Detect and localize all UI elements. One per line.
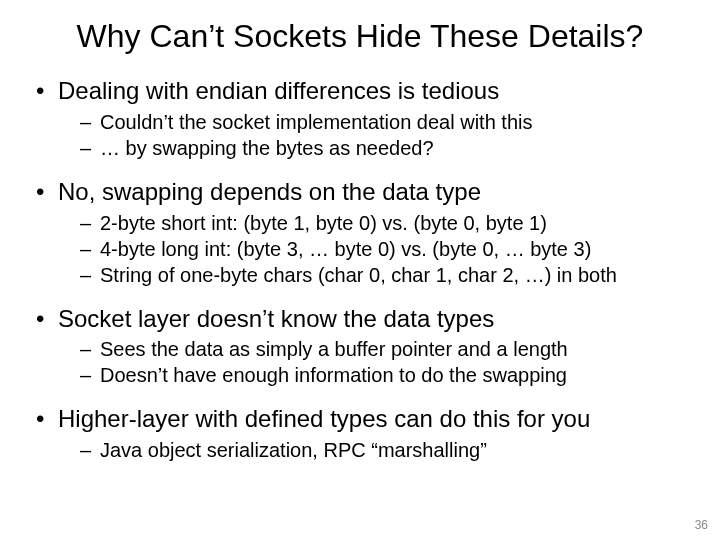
bullet-lvl1: Higher-layer with defined types can do t… <box>32 405 688 434</box>
bullet-lvl2: 2-byte short int: (byte 1, byte 0) vs. (… <box>32 211 688 235</box>
bullet-lvl2: Sees the data as simply a buffer pointer… <box>32 337 688 361</box>
bullet-lvl2-group: Couldn’t the socket implementation deal … <box>32 110 688 160</box>
slide-title: Why Can’t Sockets Hide These Details? <box>32 18 688 55</box>
bullet-lvl2: Java object serialization, RPC “marshall… <box>32 438 688 462</box>
bullet-lvl2-group: Sees the data as simply a buffer pointer… <box>32 337 688 387</box>
bullet-lvl1: No, swapping depends on the data type <box>32 178 688 207</box>
bullet-lvl2: Doesn’t have enough information to do th… <box>32 363 688 387</box>
bullet-lvl1: Dealing with endian differences is tedio… <box>32 77 688 106</box>
slide-body: Dealing with endian differences is tedio… <box>32 77 688 462</box>
bullet-lvl2: String of one-byte chars (char 0, char 1… <box>32 263 688 287</box>
bullet-lvl1: Socket layer doesn’t know the data types <box>32 305 688 334</box>
bullet-lvl2: 4-byte long int: (byte 3, … byte 0) vs. … <box>32 237 688 261</box>
bullet-lvl2: … by swapping the bytes as needed? <box>32 136 688 160</box>
bullet-lvl2-group: Java object serialization, RPC “marshall… <box>32 438 688 462</box>
slide: Why Can’t Sockets Hide These Details? De… <box>0 0 720 540</box>
bullet-lvl2: Couldn’t the socket implementation deal … <box>32 110 688 134</box>
page-number: 36 <box>695 518 708 532</box>
bullet-lvl2-group: 2-byte short int: (byte 1, byte 0) vs. (… <box>32 211 688 287</box>
